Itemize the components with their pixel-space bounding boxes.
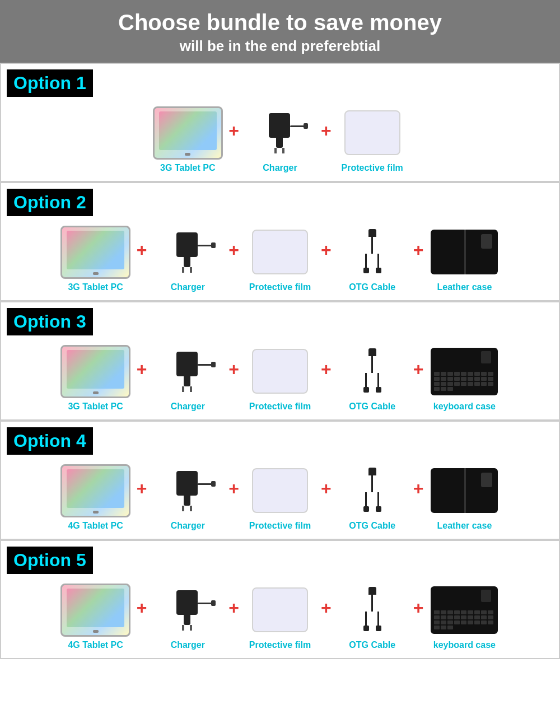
bundle-item: Charger	[151, 224, 224, 292]
item-label: 4G Tablet PC	[68, 640, 123, 650]
keyboard-image	[431, 586, 498, 634]
items-row: 3G Tablet PC + Charger + Protective film…	[1, 338, 559, 419]
plus-sign: +	[228, 240, 239, 277]
bundle-item: Protective film	[336, 105, 409, 173]
otg-image	[356, 465, 389, 516]
header-subtitle: will be in the end preferebtial	[6, 38, 554, 55]
film-image	[252, 587, 308, 632]
option-block-5: Option 5 4G Tablet PC + Charger + Protec…	[0, 540, 560, 659]
bundle-item: 4G Tablet PC	[59, 463, 132, 531]
plus-sign: +	[413, 240, 424, 277]
item-label: Charger	[171, 521, 205, 531]
items-row: 4G Tablet PC + Charger + Protective film…	[1, 457, 559, 539]
items-row: 3G Tablet PC + Charger + Protective film	[1, 99, 559, 181]
bundle-item: Charger	[151, 343, 224, 412]
plus-sign: +	[321, 359, 332, 396]
item-label: keyboard case	[433, 402, 496, 412]
bundle-item: OTG Cable	[336, 343, 409, 412]
item-label: Charger	[263, 163, 297, 173]
header-title: Choose bundle to save money	[6, 10, 554, 35]
charger-image	[165, 465, 210, 516]
item-label: 3G Tablet PC	[68, 282, 123, 292]
item-label: 3G Tablet PC	[160, 163, 215, 173]
plus-sign: +	[228, 359, 239, 396]
plus-sign: +	[228, 478, 239, 516]
item-label: Protective film	[249, 282, 311, 292]
bundle-item: Protective film	[244, 343, 316, 412]
bundle-item: Protective film	[244, 224, 316, 292]
option-label: Option 3	[7, 308, 93, 335]
option-block-2: Option 2 3G Tablet PC + Charger + Protec…	[0, 182, 560, 301]
bundle-item: Leather case	[428, 224, 501, 292]
leather-image	[431, 230, 498, 274]
option-label: Option 2	[7, 189, 93, 216]
plus-sign: +	[321, 240, 332, 277]
film-image	[252, 468, 308, 513]
item-label: OTG Cable	[349, 640, 395, 650]
keyboard-image	[431, 348, 498, 395]
item-label: Protective film	[342, 163, 403, 173]
bundle-item: 3G Tablet PC	[59, 224, 132, 292]
bundle-item: Protective film	[244, 582, 316, 650]
tablet-image	[60, 226, 130, 279]
plus-sign: +	[413, 359, 424, 396]
bundle-item: Charger	[151, 582, 224, 650]
bundle-item: OTG Cable	[336, 463, 409, 531]
option-label: Option 4	[7, 427, 93, 455]
tablet-image	[60, 345, 130, 398]
plus-sign: +	[137, 598, 147, 635]
item-label: keyboard case	[433, 640, 496, 650]
header: Choose bundle to save money will be in t…	[0, 0, 560, 63]
plus-sign: +	[228, 598, 239, 635]
item-label: 3G Tablet PC	[68, 402, 123, 412]
plus-sign: +	[321, 478, 332, 516]
charger-image	[165, 227, 210, 277]
otg-image	[356, 227, 389, 277]
charger-image	[258, 108, 302, 158]
item-label: OTG Cable	[349, 521, 395, 531]
charger-image	[165, 346, 210, 396]
item-label: Protective film	[249, 402, 311, 412]
items-row: 4G Tablet PC + Charger + Protective film…	[1, 576, 559, 658]
otg-image	[356, 346, 389, 396]
item-label: Charger	[171, 640, 205, 650]
charger-image	[165, 585, 210, 635]
tablet-image	[60, 584, 130, 637]
plus-sign: +	[137, 359, 147, 396]
bundle-item: Charger	[151, 463, 224, 531]
option-label: Option 1	[7, 69, 93, 97]
bundle-item: Leather case	[428, 463, 501, 531]
item-label: 4G Tablet PC	[68, 521, 123, 531]
plus-sign: +	[413, 478, 424, 516]
tablet-image	[60, 464, 130, 517]
otg-image	[356, 585, 389, 635]
bundle-item: Charger	[244, 105, 316, 173]
leather-image	[431, 468, 498, 513]
item-label: Leather case	[437, 282, 492, 292]
plus-sign: +	[228, 120, 239, 158]
item-label: Charger	[171, 282, 205, 292]
plus-sign: +	[321, 598, 332, 635]
bundle-item: Protective film	[244, 463, 316, 531]
bundle-item: 3G Tablet PC	[151, 105, 224, 173]
item-label: OTG Cable	[349, 402, 395, 412]
bundle-item: 4G Tablet PC	[59, 582, 132, 650]
option-block-3: Option 3 3G Tablet PC + Charger + Protec…	[0, 301, 560, 421]
item-label: OTG Cable	[349, 282, 395, 292]
film-image	[252, 349, 308, 394]
tablet-image	[153, 106, 223, 160]
bundle-item: 3G Tablet PC	[59, 343, 132, 412]
option-block-1: Option 1 3G Tablet PC + Charger + Protec…	[0, 63, 560, 182]
bundle-item: keyboard case	[428, 343, 501, 412]
film-image	[252, 230, 308, 274]
bundle-item: OTG Cable	[336, 224, 409, 292]
item-label: Leather case	[437, 521, 492, 531]
item-label: Protective film	[249, 640, 311, 650]
item-label: Charger	[171, 402, 205, 412]
plus-sign: +	[321, 120, 332, 158]
plus-sign: +	[413, 598, 424, 635]
option-block-4: Option 4 4G Tablet PC + Charger + Protec…	[0, 421, 560, 540]
item-label: Protective film	[249, 521, 311, 531]
bundle-item: keyboard case	[428, 582, 501, 650]
film-image	[344, 110, 400, 155]
